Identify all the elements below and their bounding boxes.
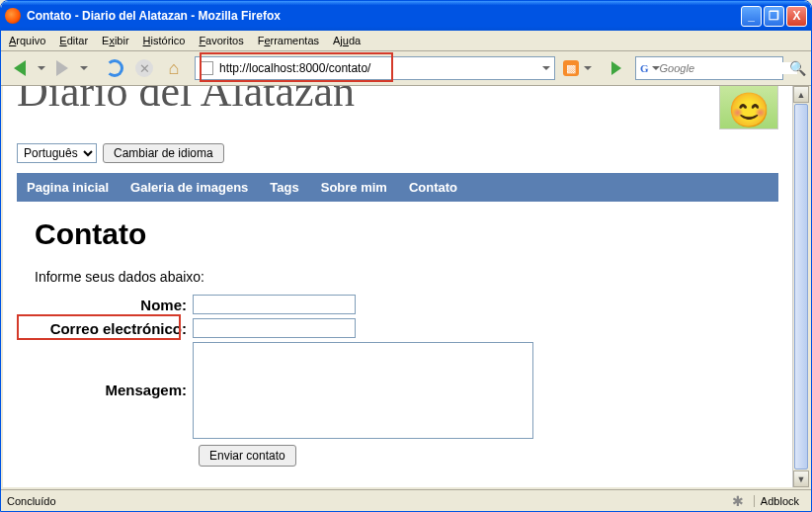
site-title: Diario del Alatazan: [17, 86, 355, 117]
rss-icon[interactable]: ▩: [563, 60, 579, 76]
statusbar: Concluído ✱ Adblock: [1, 489, 811, 511]
forward-button: [49, 55, 75, 81]
nav-gallery[interactable]: Galeria de imagens: [130, 180, 248, 195]
navbar: Pagina inicial Galeria de imagens Tags S…: [17, 173, 778, 202]
menu-ajuda[interactable]: Ajuda: [333, 35, 361, 46]
page-icon: [200, 61, 213, 75]
reload-button[interactable]: [102, 55, 127, 81]
label-email: Correo electrónico:: [35, 318, 193, 337]
search-input[interactable]: [660, 62, 797, 74]
url-input[interactable]: [219, 61, 541, 75]
label-nome: Nome:: [35, 295, 193, 313]
menu-exibir[interactable]: Exibir: [102, 35, 129, 46]
close-button[interactable]: X: [786, 6, 807, 27]
page-intro: Informe seus dados abaixo:: [35, 269, 761, 285]
search-box[interactable]: G: [635, 56, 783, 80]
page: Diario del Alatazan 😊 Português Cambiar …: [3, 86, 792, 487]
search-engine-dropdown-icon[interactable]: [652, 66, 660, 70]
security-icon: ✱: [732, 493, 744, 509]
forward-dropdown-icon: [80, 66, 88, 70]
menu-favoritos[interactable]: Favoritos: [199, 35, 243, 46]
nav-contact[interactable]: Contato: [409, 180, 457, 195]
mensagem-field[interactable]: [193, 342, 533, 439]
label-mensagem: Mensagem:: [35, 342, 193, 398]
firefox-icon: [5, 8, 21, 24]
back-button[interactable]: [7, 55, 33, 81]
window-title: Contato - Diario del Alatazan - Mozilla …: [27, 9, 741, 23]
adblock-label[interactable]: Adblock: [754, 495, 805, 507]
email-field[interactable]: [193, 318, 356, 338]
url-bar[interactable]: [195, 56, 555, 80]
nav-about[interactable]: Sobre mim: [321, 180, 387, 195]
minimize-button[interactable]: _: [741, 6, 762, 27]
menu-historico[interactable]: Histórico: [143, 35, 186, 46]
change-language-button[interactable]: Cambiar de idioma: [103, 143, 224, 163]
google-icon: G: [640, 62, 649, 74]
nav-home[interactable]: Pagina inicial: [27, 180, 109, 195]
url-dropdown-icon[interactable]: [542, 66, 550, 70]
search-button[interactable]: 🔍: [789, 60, 805, 76]
rss-dropdown-icon[interactable]: [584, 66, 592, 70]
vertical-scrollbar[interactable]: ▲ ▼: [792, 86, 809, 487]
scroll-up-button[interactable]: ▲: [793, 86, 809, 103]
browser-window: Contato - Diario del Alatazan - Mozilla …: [0, 0, 812, 512]
home-button[interactable]: ⌂: [161, 55, 187, 81]
nav-tags[interactable]: Tags: [270, 180, 298, 195]
go-button[interactable]: [604, 55, 629, 81]
status-text: Concluído: [7, 495, 732, 507]
menu-ferramentas[interactable]: Ferramentas: [258, 35, 319, 46]
menu-editar[interactable]: Editar: [59, 35, 88, 46]
menu-arquivo[interactable]: Arquivo: [9, 35, 45, 46]
scroll-down-button[interactable]: ▼: [793, 470, 809, 487]
avatar: 😊: [719, 86, 778, 129]
page-heading: Contato: [35, 217, 761, 251]
stop-button: ✕: [131, 55, 157, 81]
titlebar[interactable]: Contato - Diario del Alatazan - Mozilla …: [1, 1, 811, 31]
maximize-button[interactable]: ❐: [764, 6, 784, 27]
menubar: Arquivo Editar Exibir Histórico Favorito…: [1, 31, 811, 51]
language-select[interactable]: Português: [17, 143, 97, 163]
nome-field[interactable]: [193, 295, 356, 314]
back-dropdown-icon[interactable]: [38, 66, 45, 70]
scroll-thumb[interactable]: [794, 104, 808, 469]
content-area: Diario del Alatazan 😊 Português Cambiar …: [1, 86, 811, 489]
toolbar: ✕ ⌂ ▩ G 🔍: [1, 51, 811, 86]
submit-button[interactable]: Enviar contato: [199, 445, 296, 467]
home-icon: ⌂: [169, 58, 180, 79]
